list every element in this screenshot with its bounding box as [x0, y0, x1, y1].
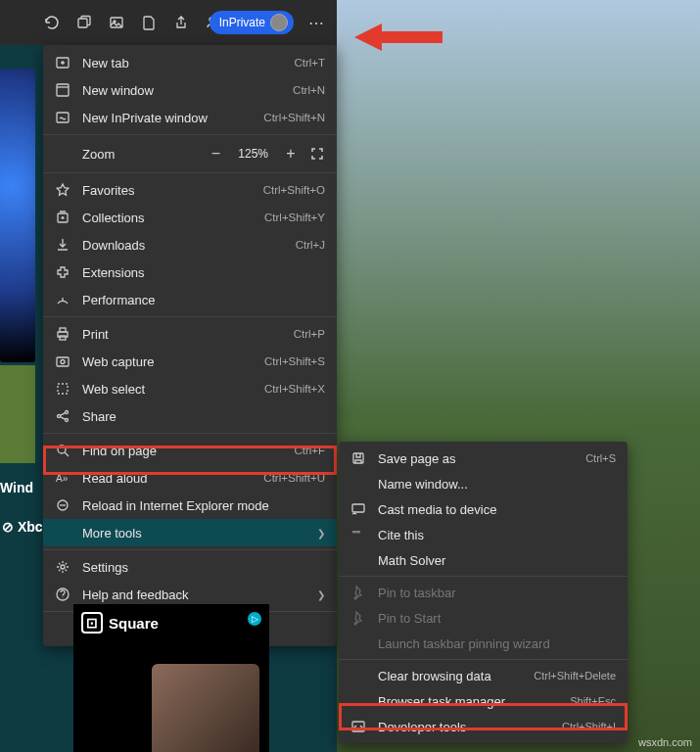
- performance-icon: [55, 292, 70, 307]
- ad-logo-icon: ⊡: [81, 612, 103, 634]
- refresh-icon[interactable]: [44, 15, 60, 30]
- tabs-icon[interactable]: [76, 15, 92, 30]
- ad-image: [152, 664, 259, 752]
- ad-box[interactable]: ⊡ Square ▷: [73, 604, 269, 752]
- ad-brand: Square: [109, 615, 159, 632]
- menu-find[interactable]: Find on page Ctrl+F: [43, 437, 337, 464]
- blank-icon: [55, 525, 70, 540]
- blank-icon: [350, 635, 366, 651]
- submenu-launch-taskbar-wizard: Launch taskbar pinning wizard: [339, 631, 628, 656]
- separator: [339, 659, 628, 660]
- new-tab-icon: [55, 55, 70, 70]
- menu-extensions[interactable]: Extensions: [43, 258, 337, 286]
- star-icon: [55, 182, 70, 198]
- inprivate-icon: [55, 110, 70, 125]
- menu-settings[interactable]: Settings: [43, 553, 337, 581]
- menu-read-aloud[interactable]: A» Read aloud Ctrl+Shift+U: [43, 464, 337, 492]
- svg-rect-25: [352, 504, 364, 512]
- zoom-row: Zoom − 125% +: [43, 138, 337, 169]
- share-icon[interactable]: [173, 15, 189, 30]
- select-icon: [55, 381, 70, 397]
- svg-rect-27: [352, 722, 364, 731]
- submenu-name-window[interactable]: Name window...: [339, 471, 628, 496]
- svg-point-16: [58, 415, 61, 418]
- menu-more-tools[interactable]: More tools ❯: [43, 519, 337, 546]
- svg-point-14: [61, 360, 65, 364]
- separator: [43, 134, 337, 135]
- download-icon: [55, 237, 70, 253]
- svg-rect-11: [60, 328, 66, 332]
- share-menu-icon: [55, 408, 70, 424]
- main-menu: New tab Ctrl+T New window Ctrl+N New InP…: [43, 45, 337, 646]
- svg-point-18: [66, 419, 69, 422]
- submenu-pin-taskbar: Pin to taskbar: [339, 580, 628, 605]
- svg-marker-5: [354, 24, 443, 51]
- inprivate-label: InPrivate: [219, 16, 265, 29]
- inprivate-badge[interactable]: InPrivate: [210, 11, 294, 34]
- submenu-pin-start: Pin to Start: [339, 605, 628, 631]
- extensions-icon: [55, 264, 70, 280]
- fullscreen-icon[interactable]: [309, 146, 325, 162]
- cast-icon: [350, 501, 366, 517]
- svg-rect-12: [60, 336, 66, 340]
- separator: [43, 172, 337, 173]
- separator: [43, 549, 337, 550]
- submenu-math[interactable]: Math Solver: [339, 547, 628, 573]
- help-icon: [55, 587, 70, 602]
- page-tag-xbc: ⊘ Xbc: [0, 519, 43, 535]
- svg-rect-0: [78, 19, 87, 27]
- note-icon[interactable]: [141, 15, 157, 30]
- menu-web-select[interactable]: Web select Ctrl+Shift+X: [43, 375, 337, 402]
- blank-icon: [350, 668, 366, 683]
- blank-icon: [350, 552, 366, 568]
- menu-new-tab[interactable]: New tab Ctrl+T: [43, 49, 337, 76]
- menu-new-inprivate[interactable]: New InPrivate window Ctrl+Shift+N: [43, 104, 337, 131]
- submenu-save-page[interactable]: Save page as Ctrl+S: [339, 446, 628, 471]
- menu-reload-ie[interactable]: Reload in Internet Explorer mode: [43, 492, 337, 519]
- pin-icon: [350, 610, 366, 626]
- svg-text:A»: A»: [56, 473, 69, 484]
- search-icon: [55, 443, 70, 458]
- more-tools-submenu: Save page as Ctrl+S Name window... Cast …: [339, 442, 628, 743]
- svg-rect-13: [57, 357, 69, 366]
- adchoices-icon[interactable]: ▷: [248, 612, 261, 626]
- more-menu-button[interactable]: ⋯: [308, 14, 325, 32]
- zoom-out-button[interactable]: −: [205, 145, 226, 163]
- ie-icon: [55, 497, 70, 513]
- capture-icon: [55, 353, 70, 369]
- menu-favorites[interactable]: Favorites Ctrl+Shift+O: [43, 176, 337, 204]
- annotation-arrow: [354, 20, 443, 59]
- image-icon[interactable]: [109, 15, 124, 30]
- submenu-cast[interactable]: Cast media to device: [339, 496, 628, 522]
- menu-new-window[interactable]: New window Ctrl+N: [43, 76, 337, 104]
- submenu-developer-tools[interactable]: Developer tools Ctrl+Shift+I: [339, 714, 628, 739]
- menu-print[interactable]: Print Ctrl+P: [43, 320, 337, 348]
- pin-icon: [350, 585, 366, 600]
- wallpaper-thumb: [0, 69, 35, 362]
- menu-web-capture[interactable]: Web capture Ctrl+Shift+S: [43, 348, 337, 375]
- submenu-clear-data[interactable]: Clear browsing data Ctrl+Shift+Delete: [339, 663, 628, 688]
- zoom-label: Zoom: [82, 147, 197, 162]
- browser-toolbar: InPrivate ⋯: [0, 0, 337, 45]
- avatar-icon: [270, 14, 288, 31]
- ad-header: ⊡ Square: [73, 604, 269, 641]
- menu-downloads[interactable]: Downloads Ctrl+J: [43, 231, 337, 258]
- devtools-icon: [350, 719, 366, 734]
- menu-share[interactable]: Share: [43, 402, 337, 430]
- submenu-task-manager[interactable]: Browser task manager Shift+Esc: [339, 688, 628, 714]
- print-icon: [55, 326, 70, 342]
- menu-performance[interactable]: Performance: [43, 286, 337, 313]
- save-icon: [350, 450, 366, 466]
- svg-rect-15: [58, 384, 68, 394]
- gear-icon: [55, 559, 70, 575]
- read-aloud-icon: A»: [55, 470, 70, 486]
- chevron-right-icon: ❯: [317, 528, 325, 539]
- separator: [43, 316, 337, 317]
- cite-icon: "": [350, 527, 366, 542]
- svg-point-17: [66, 411, 69, 414]
- collections-icon: [55, 210, 70, 225]
- zoom-in-button[interactable]: +: [280, 145, 302, 163]
- menu-collections[interactable]: Collections Ctrl+Shift+Y: [43, 204, 337, 231]
- submenu-cite[interactable]: "" Cite this: [339, 522, 628, 547]
- new-window-icon: [55, 82, 70, 98]
